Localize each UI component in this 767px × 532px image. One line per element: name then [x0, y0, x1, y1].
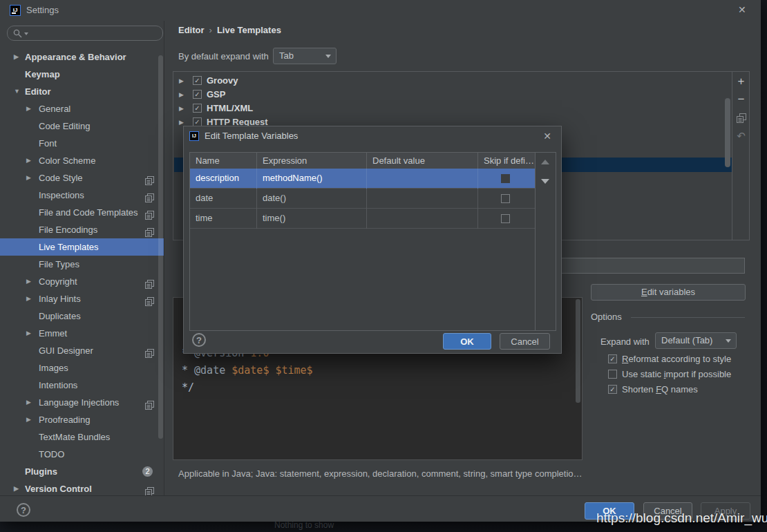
skip-if-defined-checkbox[interactable] — [501, 194, 510, 203]
chevron-collapsed-icon[interactable]: ▶ — [26, 290, 31, 307]
expand-with-select[interactable]: Default (Tab) — [655, 332, 737, 349]
sidebar-item-general[interactable]: ▶General — [0, 100, 164, 117]
remove-template-icon[interactable]: − — [732, 93, 750, 106]
close-icon[interactable]: ✕ — [738, 4, 746, 15]
dialog-cancel-button[interactable]: Cancel — [500, 333, 550, 350]
sidebar-item-file-encodings[interactable]: File Encodings — [0, 221, 164, 238]
sidebar-item-font[interactable]: Font — [0, 135, 164, 152]
chevron-collapsed-icon[interactable]: ▶ — [179, 74, 184, 88]
sidebar-item-inspections[interactable]: Inspections — [0, 187, 164, 204]
search-filter-caret-icon[interactable] — [24, 32, 28, 35]
sidebar-item-code-style[interactable]: ▶Code Style — [0, 169, 164, 187]
add-template-icon[interactable]: + — [732, 75, 750, 88]
cell-expression[interactable]: date() — [257, 189, 367, 209]
sidebar-item-code-editing[interactable]: Code Editing — [0, 117, 164, 135]
variables-table-scrollbar[interactable] — [535, 153, 556, 330]
sidebar-item-copyright[interactable]: ▶Copyright — [0, 273, 164, 290]
search-icon — [13, 29, 23, 39]
scroll-up-icon[interactable] — [541, 160, 549, 164]
sidebar-item-label: Plugins — [25, 463, 57, 480]
sidebar-item-label: File Types — [39, 256, 79, 273]
duplicate-template-icon[interactable] — [732, 113, 750, 126]
template-group-groovy[interactable]: ▶✓Groovy — [173, 74, 712, 88]
chevron-collapsed-icon[interactable]: ▶ — [14, 48, 19, 66]
sidebar-item-gui-designer[interactable]: GUI Designer — [0, 342, 164, 359]
sidebar-item-images[interactable]: Images — [0, 359, 164, 377]
group-checkbox[interactable]: ✓ — [193, 90, 202, 99]
breadcrumb-parent[interactable]: Editor — [178, 25, 205, 35]
cell-expression[interactable]: time() — [257, 209, 367, 229]
cell-expression[interactable]: methodName() — [257, 169, 367, 189]
cell-default_value[interactable] — [367, 169, 478, 189]
cell-name[interactable]: description — [190, 169, 257, 189]
option-checkbox[interactable] — [608, 370, 617, 379]
sidebar-item-todo[interactable]: TODO — [0, 446, 164, 463]
column-header[interactable]: Default value — [367, 153, 478, 169]
restore-defaults-icon[interactable]: ↶ — [732, 130, 750, 142]
chevron-collapsed-icon[interactable]: ▶ — [179, 102, 184, 115]
cell-default_value[interactable] — [367, 209, 478, 229]
sidebar-item-proofreading[interactable]: ▶Proofreading — [0, 411, 164, 428]
sidebar-item-label: Color Scheme — [39, 152, 95, 169]
template-group-html-xml[interactable]: ▶✓HTML/XML — [173, 102, 712, 115]
sidebar-scrollbar[interactable] — [158, 55, 163, 439]
breadcrumb-separator: › — [205, 25, 217, 35]
chevron-collapsed-icon[interactable]: ▶ — [26, 325, 31, 342]
chevron-collapsed-icon[interactable]: ▶ — [26, 411, 31, 428]
chevron-collapsed-icon[interactable]: ▶ — [26, 273, 31, 290]
sidebar-item-file-and-code-templates[interactable]: File and Code Templates — [0, 204, 164, 221]
editor-scrollbar[interactable] — [576, 299, 580, 403]
cell-name[interactable]: date — [190, 189, 257, 209]
scroll-down-icon[interactable] — [541, 179, 549, 184]
skip-if-defined-checkbox[interactable] — [501, 174, 510, 183]
cell-default_value[interactable] — [367, 189, 478, 209]
sidebar-item-keymap[interactable]: Keymap — [0, 66, 164, 83]
cell-skip — [478, 169, 535, 189]
template-group-gsp[interactable]: ▶✓GSP — [173, 88, 712, 102]
sidebar-item-label: Editor — [25, 83, 51, 100]
skip-if-defined-checkbox[interactable] — [501, 214, 510, 223]
default-expand-select[interactable]: Tab — [273, 48, 337, 64]
variable-row-date[interactable]: datedate() — [190, 189, 535, 209]
dialog-close-icon[interactable]: ✕ — [543, 131, 551, 142]
group-checkbox[interactable]: ✓ — [193, 104, 202, 113]
chevron-expanded-icon[interactable]: ▼ — [14, 83, 20, 100]
column-header[interactable]: Expression — [257, 153, 367, 169]
chevron-collapsed-icon[interactable]: ▶ — [26, 152, 31, 169]
template-list-scrollbar[interactable] — [725, 98, 730, 167]
sidebar-item-intentions[interactable]: Intentions — [0, 377, 164, 394]
dialog-ok-button[interactable]: OK — [443, 333, 491, 350]
sidebar-item-file-types[interactable]: File Types — [0, 256, 164, 273]
edit-variables-button[interactable]: Edit variables — [591, 284, 746, 301]
chevron-collapsed-icon[interactable]: ▶ — [26, 394, 31, 411]
help-button[interactable]: ? — [17, 503, 30, 517]
sidebar-item-textmate-bundles[interactable]: TextMate Bundles — [0, 428, 164, 446]
sidebar-item-label: Inspections — [39, 187, 84, 204]
sidebar-item-label: Emmet — [39, 325, 67, 342]
sidebar-item-editor[interactable]: ▼Editor — [0, 83, 164, 100]
option-checkbox[interactable]: ✓ — [608, 354, 617, 363]
settings-search-input[interactable] — [7, 26, 163, 41]
sidebar-item-plugins[interactable]: Plugins2 — [0, 463, 164, 480]
column-header[interactable]: Name — [190, 153, 257, 169]
variable-row-description[interactable]: descriptionmethodName() — [190, 169, 535, 189]
sidebar-item-color-scheme[interactable]: ▶Color Scheme — [0, 152, 164, 169]
option-label-part: eformat according to style — [628, 354, 731, 364]
sidebar-item-live-templates[interactable]: Live Templates — [0, 238, 164, 256]
sidebar-item-emmet[interactable]: ▶Emmet — [0, 325, 164, 342]
watermark: https://blog.csdn.net/Amir_wu — [596, 511, 767, 526]
dialog-help-button[interactable]: ? — [192, 333, 206, 347]
sidebar-item-inlay-hints[interactable]: ▶Inlay Hints — [0, 290, 164, 307]
column-header[interactable]: Skip if defi… — [478, 153, 535, 169]
chevron-collapsed-icon[interactable]: ▶ — [26, 169, 31, 187]
option-checkbox[interactable]: ✓ — [608, 385, 617, 394]
variable-row-time[interactable]: timetime() — [190, 209, 535, 229]
sidebar-item-duplicates[interactable]: Duplicates — [0, 307, 164, 325]
group-checkbox[interactable]: ✓ — [193, 76, 202, 85]
chevron-collapsed-icon[interactable]: ▶ — [26, 100, 31, 117]
sidebar-item-appearance-behavior[interactable]: ▶Appearance & Behavior — [0, 48, 164, 66]
chevron-collapsed-icon[interactable]: ▶ — [179, 88, 184, 102]
cell-name[interactable]: time — [190, 209, 257, 229]
code-text: * @date — [182, 364, 231, 377]
sidebar-item-language-injections[interactable]: ▶Language Injections — [0, 394, 164, 411]
